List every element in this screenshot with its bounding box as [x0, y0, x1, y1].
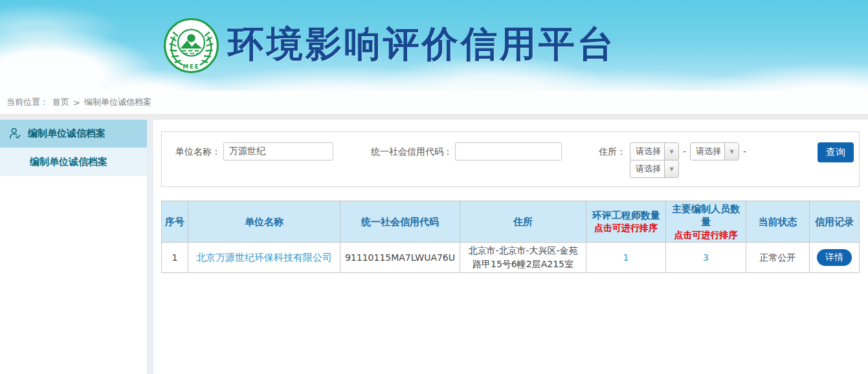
detail-button[interactable]: 详情: [817, 249, 852, 266]
sidebar-item-archives[interactable]: 编制单位诚信档案: [0, 148, 147, 176]
eia-engineer-count-link[interactable]: 1: [623, 252, 629, 263]
address-province-value: 请选择: [630, 143, 664, 160]
sort-hint: 点击可进行排序: [669, 229, 743, 241]
col-header-status: 当前状态: [746, 201, 810, 243]
address-selects: 请选择 ▼ - 请选择 ▼ - 请选择 ▼: [630, 142, 750, 178]
breadcrumb: 当前位置： 首页 > 编制单位诚信档案: [0, 91, 868, 114]
breadcrumb-current: 编制单位诚信档案: [84, 96, 151, 108]
col-header-index: 序号: [162, 201, 188, 243]
address-separator: -: [743, 142, 746, 160]
mee-logo-icon: MEE: [162, 17, 220, 74]
site-header: MEE 环境影响评价信用平台: [0, 0, 868, 91]
cell-index: 1: [162, 243, 188, 273]
sort-hint: 点击可进行排序: [589, 222, 663, 234]
chevron-down-icon: ▼: [664, 143, 678, 160]
breadcrumb-label: 当前位置：: [6, 96, 49, 108]
breadcrumb-home-link[interactable]: 首页: [52, 96, 69, 108]
sidebar-header-archives[interactable]: 编制单位诚信档案: [0, 120, 147, 148]
credit-code-input[interactable]: [455, 142, 562, 160]
credit-code-label: 统一社会信用代码：: [371, 142, 452, 160]
logo-text: MEE: [183, 63, 199, 70]
address-label: 住所：: [599, 142, 626, 160]
company-name-label: 单位名称：: [175, 142, 221, 160]
address-separator: -: [683, 142, 686, 160]
brand: MEE 环境影响评价信用平台: [0, 0, 868, 91]
col-header-eia-engineer-count[interactable]: 环评工程师数量 点击可进行排序: [586, 201, 666, 243]
table-header-row: 序号 单位名称 统一社会信用代码 住所 环评工程师数量 点击可进行排序 主要编制…: [162, 201, 860, 243]
cell-address: 北京市-北京市-大兴区-金苑路甲15号6幢2层A215室: [460, 243, 586, 273]
col-header-label: 主要编制人员数量: [672, 203, 740, 228]
company-name-input[interactable]: [223, 142, 333, 160]
col-header-credit-code: 统一社会信用代码: [340, 201, 460, 243]
sidebar-gap: [147, 120, 153, 374]
sidebar-header-label: 编制单位诚信档案: [28, 127, 106, 140]
company-link[interactable]: 北京万源世纪环保科技有限公司: [196, 252, 332, 263]
chevron-down-icon: ▼: [724, 143, 739, 160]
page: MEE 环境影响评价信用平台 当前位置： 首页 > 编制单位诚信档案 编制单位诚…: [0, 0, 868, 374]
address-province-select[interactable]: 请选择 ▼: [630, 142, 679, 160]
address-city-select[interactable]: 请选择 ▼: [690, 142, 739, 160]
table-row: 1 北京万源世纪环保科技有限公司 91110115MA7LWUA76U 北京市-…: [162, 243, 860, 273]
main-content: 单位名称： 统一社会信用代码： 住所： 请选择 ▼ - 请选择 ▼: [153, 120, 868, 374]
col-header-label: 环评工程师数量: [592, 210, 660, 221]
cell-credit-code: 91110115MA7LWUA76U: [340, 243, 460, 273]
results-table: 序号 单位名称 统一社会信用代码 住所 环评工程师数量 点击可进行排序 主要编制…: [161, 201, 860, 273]
cell-status: 正常公开: [746, 243, 810, 273]
breadcrumb-separator: >: [73, 98, 80, 107]
main-staff-count-link[interactable]: 3: [703, 252, 709, 263]
address-district-value: 请选择: [630, 160, 664, 177]
query-button[interactable]: 查询: [818, 142, 854, 162]
address-district-select[interactable]: 请选择 ▼: [630, 160, 679, 178]
col-header-company: 单位名称: [188, 201, 340, 243]
user-check-icon: [8, 127, 22, 140]
chevron-down-icon: ▼: [664, 160, 678, 177]
sidebar: 编制单位诚信档案 编制单位诚信档案: [0, 120, 147, 374]
address-city-value: 请选择: [691, 143, 724, 160]
search-panel: 单位名称： 统一社会信用代码： 住所： 请选择 ▼ - 请选择 ▼: [161, 131, 860, 187]
col-header-address: 住所: [460, 201, 586, 243]
page-title: 环境影响评价信用平台: [228, 26, 616, 62]
col-header-credit-record: 信用记录: [810, 201, 860, 243]
col-header-main-staff-count[interactable]: 主要编制人员数量 点击可进行排序: [666, 201, 746, 243]
divider-strip: [0, 114, 868, 120]
sidebar-item-label: 编制单位诚信档案: [30, 156, 107, 168]
